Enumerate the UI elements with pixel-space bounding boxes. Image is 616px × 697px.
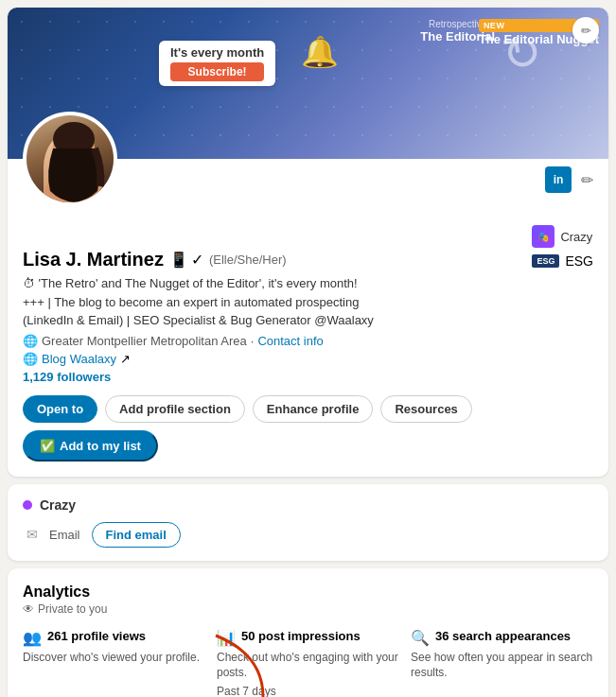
company-row: 🎭 Crazy <box>532 225 593 248</box>
subscribe-text: It's every month <box>170 45 264 60</box>
esg-logo: ESG <box>532 254 559 268</box>
location-separator: · <box>251 334 255 348</box>
checkmark-icon: ✅ <box>40 439 55 453</box>
analytics-card: Analytics 👁 Private to you 👥 261 profile… <box>8 568 608 698</box>
profile-location: 🌐 Greater Montpellier Metropolitan Area … <box>23 334 593 348</box>
profile-icons: 📱 ✓ <box>169 251 203 269</box>
company-logo: 🎭 <box>532 225 554 248</box>
add-profile-section-button[interactable]: Add profile section <box>105 395 245 423</box>
avatar-image <box>26 115 114 202</box>
profile-name: Lisa J. Martinez <box>23 249 164 270</box>
profile-views-item: 👥 261 profile views Discover who's viewe… <box>23 629 205 698</box>
profile-bio: ⏱ 'The Retro' and The Nugget of the Edit… <box>23 274 382 330</box>
company-info-row: Crazy <box>23 497 593 513</box>
email-icon: ✉ <box>26 527 38 542</box>
resources-button[interactable]: Resources <box>380 395 471 423</box>
subscribe-box: It's every month Subscribe! <box>159 41 275 86</box>
company-name-label: Crazy <box>560 230 592 244</box>
profile-pronouns: (Elle/She/Her) <box>209 253 287 267</box>
profile-actions: Open to Add profile section Enhance prof… <box>23 395 593 423</box>
search-count: 36 search appearances <box>435 629 571 643</box>
analytics-grid: 👥 261 profile views Discover who's viewe… <box>23 629 593 698</box>
phone-icon: 📱 <box>169 251 188 269</box>
name-row: Lisa J. Martinez 📱 ✓ (Elle/She/Her) <box>23 249 593 270</box>
add-to-list-button[interactable]: ✅ Add to my list <box>23 430 158 462</box>
profile-info: Lisa J. Martinez 📱 ✓ (Elle/She/Her) ⏱ 'T… <box>23 249 593 462</box>
profile-side-info: 🎭 Crazy ESG ESG <box>532 225 593 269</box>
subscribe-button[interactable]: Subscribe! <box>170 62 264 81</box>
profile-blog: 🌐 Blog Waalaxy ↗ <box>23 352 593 366</box>
profile-views-desc: Discover who's viewed your profile. <box>23 650 205 666</box>
analytics-title: Analytics <box>23 584 593 601</box>
contact-info-link[interactable]: Contact info <box>257 334 323 348</box>
company-email-card: Crazy ✉ Email Find email <box>8 484 608 561</box>
profile-section: in ✏ 🎭 Crazy ESG ESG Lisa J. Martinez 📱 … <box>8 159 608 477</box>
location-icon: 🌐 <box>23 334 38 348</box>
external-link-icon: ↗ <box>120 352 131 366</box>
globe-icon: 🌐 <box>23 352 38 366</box>
location-text: Greater Montpellier Metropolitan Area <box>42 334 247 348</box>
analytics-subtitle: 👁 Private to you <box>23 602 593 616</box>
email-label: Email <box>49 528 80 542</box>
edit-profile-button[interactable]: ✏ <box>581 171 593 189</box>
analytics-arrow-decoration <box>206 626 282 697</box>
profile-card: It's every month Subscribe! 🔔 Retrospect… <box>8 8 608 477</box>
avatar <box>23 112 117 206</box>
search-desc: See how often you appear in search resul… <box>411 650 593 682</box>
verified-icon: ✓ <box>191 251 203 269</box>
linkedin-icon[interactable]: in <box>545 166 572 193</box>
add-to-list-label: Add to my list <box>60 439 141 453</box>
company-name-text: Crazy <box>40 497 76 513</box>
edit-banner-button[interactable]: ✏ <box>572 17 599 44</box>
enhance-profile-button[interactable]: Enhance profile <box>253 395 374 423</box>
profile-views-icon: 👥 <box>23 629 42 647</box>
search-icon: 🔍 <box>411 629 430 647</box>
followers-count[interactable]: 1,129 followers <box>23 370 593 384</box>
bell-icon: 🔔 <box>301 34 339 70</box>
company-dot-icon <box>23 500 32 510</box>
esg-badge: ESG ESG <box>532 253 593 269</box>
search-appearances-item: 🔍 36 search appearances See how often yo… <box>411 629 593 698</box>
esg-label: ESG <box>565 253 593 269</box>
eye-icon: 👁 <box>23 602 34 616</box>
blog-link[interactable]: Blog Waalaxy <box>42 352 116 366</box>
open-to-button[interactable]: Open to <box>23 395 97 423</box>
email-row: ✉ Email Find email <box>23 522 593 548</box>
find-email-button[interactable]: Find email <box>92 522 181 548</box>
profile-views-count: 261 profile views <box>47 629 146 643</box>
analytics-subtitle-text: Private to you <box>38 602 107 616</box>
